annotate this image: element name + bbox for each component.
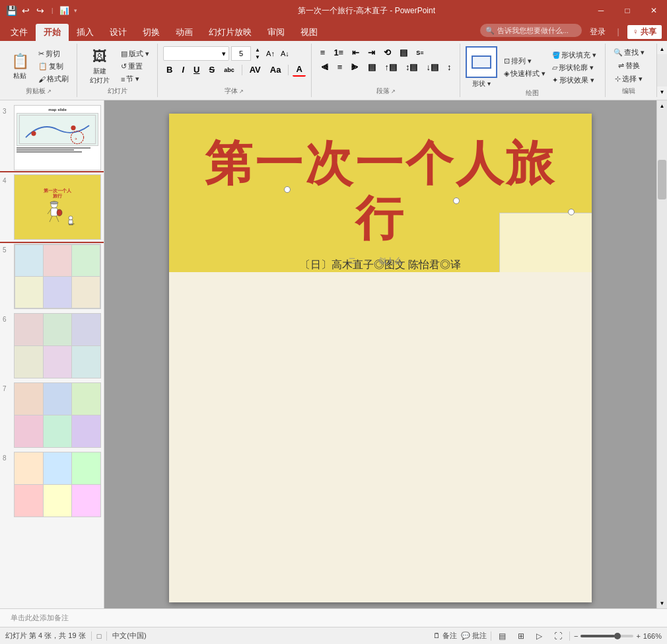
tab-file[interactable]: 文件 <box>3 24 36 41</box>
slide-thumb-5[interactable] <box>14 244 101 309</box>
view-normal-button[interactable]: ▤ <box>495 629 510 643</box>
scroll-thumb[interactable] <box>658 160 666 199</box>
tab-insert[interactable]: 插入 <box>69 24 102 41</box>
selection-handle-tl[interactable] <box>284 186 291 193</box>
minimize-button[interactable]: ─ <box>588 0 614 21</box>
save-icon[interactable]: 💾 <box>5 5 17 17</box>
ribbon-scroll-down[interactable]: ▼ <box>657 87 667 97</box>
zoom-in-button[interactable]: + <box>636 632 640 640</box>
arrange-button[interactable]: ⊡ 排列 ▾ <box>501 55 548 67</box>
slide-thumb-6[interactable] <box>14 313 101 378</box>
font-decrease-button[interactable]: ▼ <box>253 54 262 61</box>
slide-item-3[interactable]: 3 map slide ✈ <box>0 103 104 172</box>
increase-indent-button[interactable]: ⇥ <box>365 46 378 59</box>
font-name-dropdown[interactable]: ▾ <box>163 46 229 61</box>
para-expand-icon[interactable]: ↗ <box>391 89 396 94</box>
shape-effects-button[interactable]: ✦ 形状效果 ▾ <box>549 74 599 86</box>
tab-design[interactable]: 设计 <box>102 24 135 41</box>
slide-thumb-4[interactable]: 第一次一个人旅行 <box>14 174 101 240</box>
text-direction-button[interactable]: ⟲ <box>380 46 394 59</box>
char-spacing-button[interactable]: AV <box>246 63 264 76</box>
tab-home[interactable]: 开始 <box>36 24 69 41</box>
paste-button[interactable]: 📋 粘贴 <box>5 47 34 87</box>
redo-icon[interactable]: ↪ <box>34 5 46 17</box>
numbering-button[interactable]: 1≡ <box>330 46 347 59</box>
quick-styles-button[interactable]: ◈ 快速样式 ▾ <box>501 68 548 80</box>
replace-button[interactable]: ⇌ 替换 <box>615 59 643 71</box>
zoom-handle[interactable] <box>614 633 621 639</box>
align-middle-button[interactable]: ↕▤ <box>402 61 421 73</box>
section-button[interactable]: ≡ 节 ▾ <box>118 73 152 85</box>
smart-art-button[interactable]: S≡ <box>413 48 427 57</box>
scroll-up-button[interactable]: ▲ <box>657 100 667 111</box>
bullets-button[interactable]: ≡ <box>317 46 329 59</box>
selection-handle-tr[interactable] <box>453 197 460 204</box>
scroll-down-button[interactable]: ▼ <box>657 598 667 608</box>
copy-button[interactable]: 📋 复制 <box>36 61 71 73</box>
slide-thumb-3[interactable]: map slide ✈ <box>14 105 101 170</box>
slide-thumb-7[interactable] <box>14 382 101 448</box>
strikethrough-button[interactable]: S <box>205 63 218 76</box>
bold-button[interactable]: B <box>163 63 176 76</box>
font-size-box[interactable]: 5 <box>231 46 251 61</box>
select-button[interactable]: ⊹ 选择 ▾ <box>612 73 645 85</box>
shape-outline-button[interactable]: ▱ 形状轮廓 ▾ <box>549 61 599 73</box>
selection-handle-r[interactable] <box>568 209 575 215</box>
cut-button[interactable]: ✂ 剪切 <box>36 48 71 60</box>
new-slide-button[interactable]: 🖼 新建幻灯片 <box>83 47 117 87</box>
close-button[interactable]: ✕ <box>641 0 667 21</box>
restore-button[interactable]: □ <box>614 0 641 21</box>
align-top-button[interactable]: ↑▤ <box>381 61 400 73</box>
line-spacing-button[interactable]: ↕ <box>444 61 455 73</box>
subscript-button[interactable]: abc <box>221 65 238 75</box>
tab-animations[interactable]: 动画 <box>168 24 201 41</box>
reset-button[interactable]: ↺ 重置 <box>118 61 152 73</box>
tab-transitions[interactable]: 切换 <box>135 24 168 41</box>
align-center-button[interactable]: ≡ <box>334 61 346 73</box>
shape-fill-button[interactable]: 🪣 形状填充 ▾ <box>549 49 599 61</box>
share-button[interactable]: ♀ 共享 <box>627 25 662 39</box>
slide-thumb-8[interactable] <box>14 452 101 517</box>
change-case-button[interactable]: Aa <box>267 63 285 76</box>
slide-canvas[interactable]: 第一次一个人旅行 〔日〕高木直子◎图文 陈怡君◎译 ♪ <box>169 114 592 602</box>
zoom-slider[interactable] <box>580 635 633 637</box>
font-expand-icon[interactable]: ↗ <box>239 89 244 94</box>
view-slideshow-button[interactable]: ⛶ <box>551 629 565 643</box>
search-input[interactable] <box>497 26 577 34</box>
tab-slideshow[interactable]: 幻灯片放映 <box>201 24 260 41</box>
tab-review[interactable]: 审阅 <box>260 24 293 41</box>
layout-button[interactable]: ▤ 版式 ▾ <box>118 48 152 60</box>
slide-item-5[interactable]: 5 <box>0 242 104 311</box>
underline-button[interactable]: U <box>190 63 203 76</box>
ribbon-scroll-up[interactable]: ▲ <box>657 44 667 54</box>
notes-icon[interactable]: 🗒 备注 <box>433 631 457 641</box>
find-button[interactable]: 🔍 查找 ▾ <box>611 46 647 58</box>
align-bottom-button[interactable]: ↓▤ <box>423 61 442 73</box>
comments-icon[interactable]: 💬 批注 <box>461 631 487 641</box>
justify-button[interactable]: ▤ <box>365 61 379 73</box>
view-reading-button[interactable]: ▷ <box>532 629 547 643</box>
align-right-button[interactable]: ⫸ <box>347 61 363 73</box>
zoom-out-button[interactable]: − <box>574 632 578 640</box>
tab-view[interactable]: 视图 <box>293 24 326 41</box>
clipboard-expand-icon[interactable]: ↗ <box>47 89 52 94</box>
font-grow-button[interactable]: A↑ <box>264 49 277 58</box>
font-increase-button[interactable]: ▲ <box>253 47 262 54</box>
decrease-indent-button[interactable]: ⇤ <box>349 46 363 59</box>
zoom-value[interactable]: 166% <box>643 632 662 640</box>
canvas-area[interactable]: 第一次一个人旅行 〔日〕高木直子◎图文 陈怡君◎译 ♪ <box>104 100 656 608</box>
search-box[interactable]: 🔍 <box>480 24 582 37</box>
view-slide-sorter-button[interactable]: ⊞ <box>514 629 528 643</box>
columns-button[interactable]: ▤ <box>396 46 411 59</box>
undo-icon[interactable]: ↩ <box>20 5 32 17</box>
slide-item-8[interactable]: 8 <box>0 450 104 519</box>
italic-button[interactable]: I <box>178 63 188 76</box>
slide-item-6[interactable]: 6 <box>0 311 104 380</box>
format-painter-button[interactable]: 🖌 格式刷 <box>36 73 71 85</box>
notes-bar[interactable]: 单击此处添加备注 <box>0 608 667 627</box>
font-color-button[interactable]: A <box>293 63 305 77</box>
login-button[interactable]: 登录 <box>586 25 610 39</box>
shapes-label[interactable]: 形状 ▾ <box>472 79 491 89</box>
slide-item-4[interactable]: 4 第一次一个人旅行 <box>0 172 104 242</box>
slide-item-7[interactable]: 7 <box>0 380 104 450</box>
